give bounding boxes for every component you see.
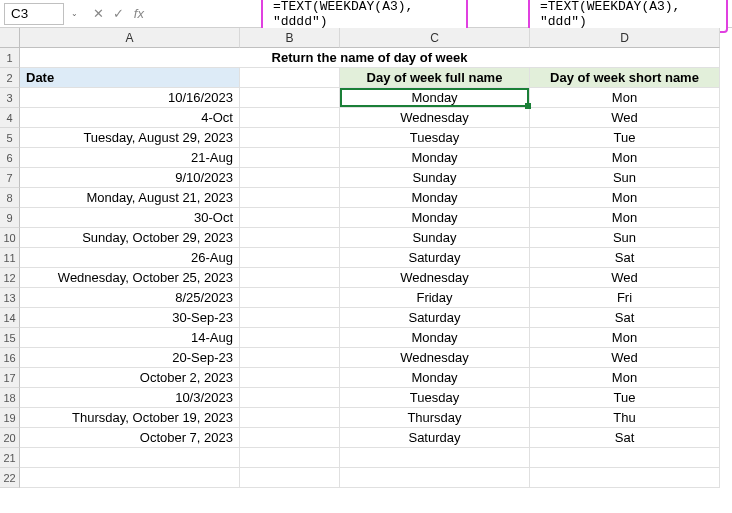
cell[interactable] — [240, 188, 340, 208]
row-header-1[interactable]: 1 — [0, 48, 20, 68]
cell-date[interactable]: 4-Oct — [20, 108, 240, 128]
cell[interactable] — [240, 368, 340, 388]
cell-short[interactable]: Mon — [530, 188, 720, 208]
cell-short[interactable]: Mon — [530, 328, 720, 348]
cell-short[interactable]: Tue — [530, 128, 720, 148]
cell-short[interactable]: Sat — [530, 428, 720, 448]
row-header-3[interactable]: 3 — [0, 88, 20, 108]
cell[interactable] — [240, 348, 340, 368]
cell-short[interactable]: Sun — [530, 168, 720, 188]
cell[interactable] — [240, 428, 340, 448]
cell[interactable] — [240, 248, 340, 268]
cell-short[interactable]: Mon — [530, 88, 720, 108]
row-header-15[interactable]: 15 — [0, 328, 20, 348]
cell-full[interactable]: Sunday — [340, 168, 530, 188]
cell[interactable] — [240, 408, 340, 428]
name-box[interactable] — [4, 3, 64, 25]
cell-full[interactable]: Saturday — [340, 308, 530, 328]
row-header-17[interactable]: 17 — [0, 368, 20, 388]
cell-full[interactable]: Monday — [340, 328, 530, 348]
row-header-10[interactable]: 10 — [0, 228, 20, 248]
cell-full[interactable]: Friday — [340, 288, 530, 308]
confirm-icon[interactable]: ✓ — [111, 6, 127, 21]
cell-full[interactable]: Saturday — [340, 248, 530, 268]
cell-short[interactable] — [530, 468, 720, 488]
row-header-9[interactable]: 9 — [0, 208, 20, 228]
cell[interactable] — [240, 148, 340, 168]
name-box-dropdown[interactable]: ⌄ — [68, 3, 81, 25]
cell-short[interactable]: Sat — [530, 248, 720, 268]
cell-full[interactable]: Wednesday — [340, 108, 530, 128]
row-header-19[interactable]: 19 — [0, 408, 20, 428]
cell-short[interactable]: Wed — [530, 108, 720, 128]
cell-full[interactable]: Monday — [340, 208, 530, 228]
cell-date[interactable]: Tuesday, August 29, 2023 — [20, 128, 240, 148]
cell-date[interactable] — [20, 468, 240, 488]
cell-full[interactable]: Monday — [340, 148, 530, 168]
col-header-d[interactable]: D — [530, 28, 720, 48]
cell-date[interactable]: Thursday, October 19, 2023 — [20, 408, 240, 428]
row-header-18[interactable]: 18 — [0, 388, 20, 408]
cell[interactable] — [240, 268, 340, 288]
cell-date[interactable]: October 2, 2023 — [20, 368, 240, 388]
cell[interactable] — [240, 68, 340, 88]
row-header-16[interactable]: 16 — [0, 348, 20, 368]
cell[interactable] — [240, 208, 340, 228]
row-header-22[interactable]: 22 — [0, 468, 20, 488]
cell-date[interactable]: Sunday, October 29, 2023 — [20, 228, 240, 248]
cell-date[interactable]: 9/10/2023 — [20, 168, 240, 188]
cell-full[interactable] — [340, 448, 530, 468]
cell-short[interactable]: Wed — [530, 348, 720, 368]
row-header-2[interactable]: 2 — [0, 68, 20, 88]
cell-short[interactable] — [530, 448, 720, 468]
cell-full[interactable]: Monday — [340, 368, 530, 388]
cell-short[interactable]: Mon — [530, 368, 720, 388]
cell-full[interactable]: Tuesday — [340, 128, 530, 148]
cell-date[interactable]: 10/16/2023 — [20, 88, 240, 108]
cell-full[interactable]: Monday — [340, 88, 530, 108]
cell-full[interactable]: Thursday — [340, 408, 530, 428]
cell-date[interactable] — [20, 448, 240, 468]
row-header-12[interactable]: 12 — [0, 268, 20, 288]
row-header-14[interactable]: 14 — [0, 308, 20, 328]
cell-short[interactable]: Mon — [530, 208, 720, 228]
cell-full[interactable]: Tuesday — [340, 388, 530, 408]
row-header-7[interactable]: 7 — [0, 168, 20, 188]
cell-date[interactable]: 21-Aug — [20, 148, 240, 168]
cell-date[interactable]: 8/25/2023 — [20, 288, 240, 308]
row-header-20[interactable]: 20 — [0, 428, 20, 448]
cell-full[interactable]: Sunday — [340, 228, 530, 248]
cell-short[interactable]: Sat — [530, 308, 720, 328]
cell-date[interactable]: 20-Sep-23 — [20, 348, 240, 368]
cell-date[interactable]: 10/3/2023 — [20, 388, 240, 408]
cell-short[interactable]: Wed — [530, 268, 720, 288]
cell[interactable] — [240, 168, 340, 188]
cell-short[interactable]: Fri — [530, 288, 720, 308]
cell-date[interactable]: October 7, 2023 — [20, 428, 240, 448]
header-date[interactable]: Date — [20, 68, 240, 88]
cell-date[interactable]: Wednesday, October 25, 2023 — [20, 268, 240, 288]
col-header-a[interactable]: A — [20, 28, 240, 48]
cell[interactable] — [240, 228, 340, 248]
fx-icon[interactable]: fx — [131, 6, 147, 21]
header-short[interactable]: Day of week short name — [530, 68, 720, 88]
cell-short[interactable]: Thu — [530, 408, 720, 428]
cell-full[interactable]: Wednesday — [340, 348, 530, 368]
cell[interactable] — [240, 128, 340, 148]
cancel-icon[interactable]: ✕ — [91, 6, 107, 21]
cell-full[interactable]: Wednesday — [340, 268, 530, 288]
cell-full[interactable] — [340, 468, 530, 488]
title-cell[interactable]: Return the name of day of week — [20, 48, 720, 68]
row-header-8[interactable]: 8 — [0, 188, 20, 208]
cell-date[interactable]: Monday, August 21, 2023 — [20, 188, 240, 208]
cell[interactable] — [240, 388, 340, 408]
cell-full[interactable]: Saturday — [340, 428, 530, 448]
header-full[interactable]: Day of week full name — [340, 68, 530, 88]
cell-short[interactable]: Mon — [530, 148, 720, 168]
row-header-13[interactable]: 13 — [0, 288, 20, 308]
cell-date[interactable]: 30-Sep-23 — [20, 308, 240, 328]
cell[interactable] — [240, 308, 340, 328]
cell-full[interactable]: Monday — [340, 188, 530, 208]
row-header-21[interactable]: 21 — [0, 448, 20, 468]
cell-date[interactable]: 26-Aug — [20, 248, 240, 268]
